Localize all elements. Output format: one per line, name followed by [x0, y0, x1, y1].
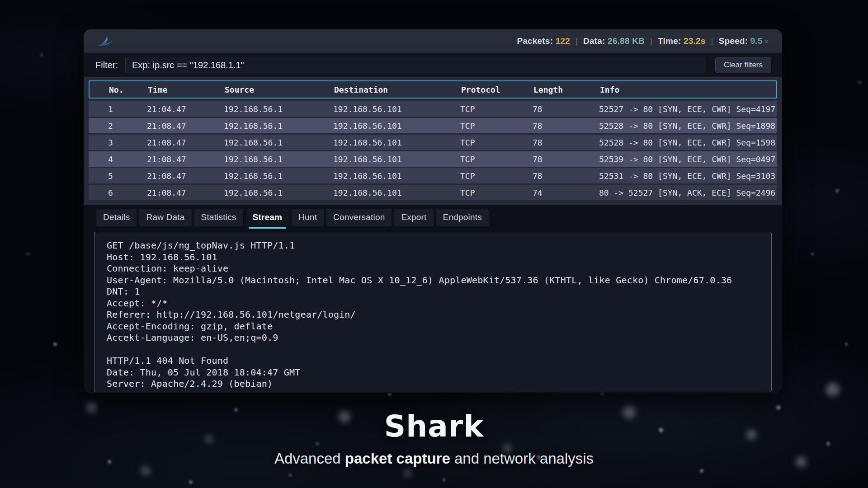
cell-no: 4	[89, 155, 147, 164]
stream-panel[interactable]: GET /base/js/ng_topNav.js HTTP/1.1Host: …	[94, 232, 772, 392]
titlebar: Packets: 122|Data: 26.88 KB|Time: 23.2s|…	[84, 29, 782, 53]
stream-line: DNT: 1	[107, 286, 766, 298]
filter-label: Filter:	[95, 60, 118, 70]
cell-source: 192.168.56.1	[224, 188, 333, 197]
cell-destination: 192.168.56.101	[333, 138, 460, 147]
tab-raw-data[interactable]: Raw Data	[139, 209, 191, 226]
cell-no: 6	[89, 188, 147, 197]
detail-tabs: DetailsRaw DataStatisticsStreamHuntConve…	[84, 209, 782, 226]
stat-separator: |	[576, 36, 578, 46]
cell-protocol: TCP	[460, 188, 533, 197]
packet-table-header: No.TimeSourceDestinationProtocolLengthIn…	[89, 80, 777, 99]
stream-line: GET /base/js/ng_topNav.js HTTP/1.1	[107, 240, 766, 252]
filter-expression-input[interactable]: Exp: ip.src == "192.168.1.1"	[125, 57, 706, 73]
cell-protocol: TCP	[460, 138, 533, 147]
table-row[interactable]: 221:08.47192.168.56.1192.168.56.101TCP78…	[89, 118, 777, 133]
cell-time: 21:08.47	[147, 171, 224, 181]
table-row[interactable]: 321:08.47192.168.56.1192.168.56.101TCP78…	[89, 135, 777, 150]
cell-source: 192.168.56.1	[224, 104, 333, 114]
filter-expression-value: Exp: ip.src == "192.168.1.1"	[132, 60, 244, 70]
stat-packets-label: Packets:	[517, 36, 555, 46]
cell-time: 21:08.47	[147, 121, 224, 131]
stream-line: Accept: */*	[107, 298, 766, 310]
shark-fin-icon	[96, 34, 114, 48]
cell-destination: 192.168.56.101	[333, 104, 460, 114]
cell-info: 52539 -> 80 [SYN, ECE, CWR] Seq=0497	[599, 155, 777, 164]
stream-line: Date: Thu, 05 Jul 2018 18:04:47 GMT	[107, 367, 766, 379]
cell-length: 74	[533, 188, 599, 197]
cell-info: 52527 -> 80 [SYN, ECE, CWR] Seq=4197	[599, 104, 777, 114]
bokeh-dust-large	[0, 0, 2, 2]
filter-bar: Filter: Exp: ip.src == "192.168.1.1" Cle…	[84, 53, 782, 77]
stat-packets: Packets: 122	[517, 36, 570, 46]
clear-filters-button[interactable]: Clear filters	[715, 57, 771, 73]
stat-packets-value: 122	[556, 36, 570, 46]
cell-protocol: TCP	[460, 155, 533, 164]
stat-speed-value: 9.5	[750, 36, 763, 46]
table-row[interactable]: 121:04.47192.168.56.1192.168.56.101TCP78…	[89, 101, 777, 117]
tab-details[interactable]: Details	[96, 209, 137, 226]
stat-data: Data: 26.88 KB	[583, 36, 645, 46]
stat-data-label: Data:	[583, 36, 608, 46]
table-row[interactable]: 421:08.47192.168.56.1192.168.56.101TCP78…	[89, 151, 777, 167]
cell-time: 21:08.47	[147, 188, 224, 197]
cell-info: 52531 -> 80 [SYN, ECE, CWR] Seq=3103	[599, 171, 777, 181]
column-header-time[interactable]: Time	[148, 85, 225, 94]
stat-time: Time: 23.2s	[658, 36, 705, 46]
packet-table: No.TimeSourceDestinationProtocolLengthIn…	[84, 77, 782, 205]
cell-time: 21:08.47	[147, 155, 224, 164]
cell-no: 2	[89, 121, 147, 131]
tab-statistics[interactable]: Statistics	[194, 209, 243, 226]
cell-no: 5	[89, 171, 147, 181]
table-row[interactable]: 521:08.47192.168.56.1192.168.56.101TCP78…	[89, 168, 777, 183]
tab-stream[interactable]: Stream	[246, 209, 289, 226]
cell-destination: 192.168.56.101	[333, 155, 460, 164]
cell-info: 80 -> 52527 [SYN, ACK, ECE] Seq=2496	[599, 188, 777, 197]
shark-app-window: Packets: 122|Data: 26.88 KB|Time: 23.2s|…	[84, 29, 782, 393]
stream-line: HTTP/1.1 404 Not Found	[107, 355, 766, 367]
stream-line: Connection: keep-alive	[107, 263, 766, 275]
column-header-length[interactable]: Length	[533, 85, 600, 94]
packet-table-body: 121:04.47192.168.56.1192.168.56.101TCP78…	[89, 101, 777, 200]
cell-time: 21:04.47	[147, 104, 224, 114]
cell-destination: 192.168.56.101	[333, 121, 460, 131]
column-header-info[interactable]: Info	[600, 85, 776, 94]
column-header-source[interactable]: Source	[225, 85, 334, 94]
cell-length: 78	[533, 155, 599, 164]
stream-line: Referer: http://192.168.56.101/netgear/l…	[107, 309, 766, 321]
tab-export[interactable]: Export	[394, 209, 433, 226]
cell-protocol: TCP	[460, 121, 533, 131]
stat-separator: |	[711, 36, 713, 46]
cell-length: 78	[533, 138, 599, 147]
cell-time: 21:08.47	[147, 138, 224, 147]
cell-source: 192.168.56.1	[224, 171, 333, 181]
stream-line	[107, 344, 766, 356]
detail-section: DetailsRaw DataStatisticsStreamHuntConve…	[84, 205, 782, 393]
cell-info: 52528 -> 80 [SYN, ECE, CWR] Seq=1898	[599, 121, 777, 131]
table-row[interactable]: 621:08.47192.168.56.1192.168.56.101TCP74…	[89, 185, 777, 200]
stat-data-value: 26.88 KB	[608, 36, 645, 46]
column-header-destination[interactable]: Destination	[334, 85, 461, 94]
cell-length: 78	[533, 171, 599, 181]
tab-endpoints[interactable]: Endpoints	[436, 209, 489, 226]
cell-no: 3	[89, 138, 147, 147]
tab-conversation[interactable]: Conversation	[326, 209, 392, 226]
tab-hunt[interactable]: Hunt	[292, 209, 324, 226]
stat-separator: |	[650, 36, 652, 46]
stream-line: Accept-Encoding: gzip, deflate	[107, 321, 766, 333]
cell-destination: 192.168.56.101	[333, 171, 460, 181]
cell-destination: 192.168.56.101	[333, 188, 460, 197]
product-tagline: Advanced packet capture and network anal…	[0, 450, 868, 467]
column-header-protocol[interactable]: Protocol	[461, 85, 533, 94]
stat-time-label: Time:	[658, 36, 684, 46]
bokeh-dust-small	[0, 0, 2, 2]
cell-source: 192.168.56.1	[224, 121, 333, 131]
stat-speed: Speed: 9.5 ×	[719, 36, 769, 46]
stat-time-value: 23.2s	[684, 36, 706, 46]
column-header-no[interactable]: No.	[90, 85, 148, 94]
product-title: Shark	[0, 409, 868, 444]
stream-line: Accekt-Language: en-US,en;q=0.9	[107, 332, 766, 344]
cell-info: 52528 -> 80 [SYN, ECE, CWR] Seq=1598	[599, 138, 777, 147]
stream-line: User-Agent: Mozilla/5.0 (Macintosh; Inte…	[107, 275, 766, 286]
cell-protocol: TCP	[460, 104, 533, 114]
